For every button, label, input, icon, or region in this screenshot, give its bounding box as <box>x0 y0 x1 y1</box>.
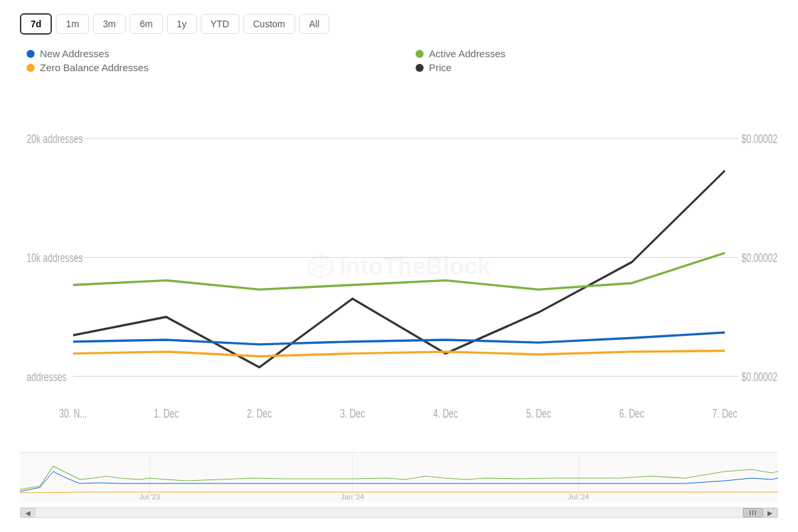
mini-chart-svg: Jul '23 Jan '24 Jul '24 <box>20 453 778 503</box>
svg-text:Jul '24: Jul '24 <box>568 493 589 501</box>
svg-text:2. Dec: 2. Dec <box>247 407 272 420</box>
svg-text:20k addresses: 20k addresses <box>27 132 83 145</box>
svg-text:Jan '24: Jan '24 <box>340 493 364 501</box>
svg-text:4. Dec: 4. Dec <box>433 407 458 420</box>
main-container: 7d 1m 3m 6m 1y YTD Custom All New Addres… <box>0 0 798 532</box>
svg-text:30. N...: 30. N... <box>59 407 87 420</box>
scroll-thumb[interactable] <box>743 508 763 517</box>
svg-text:1. Dec: 1. Dec <box>154 407 179 420</box>
svg-text:$0.000026: $0.000026 <box>741 132 778 145</box>
mini-chart-section: Jul '23 Jan '24 Jul '24 ◀ <box>20 452 778 525</box>
svg-text:addresses: addresses <box>27 370 66 383</box>
legend-label-new: New Addresses <box>40 48 109 59</box>
legend-label-active: Active Addresses <box>429 48 505 59</box>
svg-text:3. Dec: 3. Dec <box>340 407 365 420</box>
svg-text:Jul '23: Jul '23 <box>139 493 160 501</box>
btn-6m[interactable]: 6m <box>130 14 162 34</box>
chart-wrapper: IntoTheBlock 20k addresses 10k addresses… <box>20 84 778 525</box>
legend-dot-active <box>416 50 424 58</box>
btn-ytd[interactable]: YTD <box>201 14 239 34</box>
svg-text:$0.000023: $0.000023 <box>741 251 778 264</box>
scroll-left-arrow[interactable]: ◀ <box>21 508 35 517</box>
legend-active-addresses: Active Addresses <box>416 48 778 59</box>
scroll-thumb-grip <box>749 510 756 515</box>
btn-3m[interactable]: 3m <box>93 14 126 34</box>
scroll-right-arrow[interactable]: ▶ <box>763 508 777 517</box>
svg-text:7. Dec: 7. Dec <box>712 407 737 420</box>
btn-1m[interactable]: 1m <box>56 14 88 34</box>
legend-dot-zero <box>27 64 35 72</box>
btn-7d[interactable]: 7d <box>20 13 52 35</box>
time-range-bar: 7d 1m 3m 6m 1y YTD Custom All <box>20 13 778 35</box>
legend-dot-price <box>416 64 424 72</box>
svg-text:$0.000020: $0.000020 <box>741 370 778 383</box>
svg-text:6. Dec: 6. Dec <box>619 407 644 420</box>
legend-zero-balance: Zero Balance Addresses <box>27 62 389 73</box>
svg-text:5. Dec: 5. Dec <box>526 407 551 420</box>
legend-label-zero: Zero Balance Addresses <box>40 62 148 73</box>
btn-all[interactable]: All <box>299 14 330 34</box>
scrollbar[interactable]: ◀ ▶ <box>20 507 778 518</box>
btn-1y[interactable]: 1y <box>167 14 197 34</box>
mini-chart: Jul '23 Jan '24 Jul '24 <box>20 453 778 506</box>
chart-legend: New Addresses Active Addresses Zero Bala… <box>20 48 778 73</box>
main-chart: IntoTheBlock 20k addresses 10k addresses… <box>20 84 778 450</box>
btn-custom[interactable]: Custom <box>243 14 295 34</box>
chart-svg: 20k addresses 10k addresses addresses $0… <box>20 84 778 450</box>
legend-new-addresses: New Addresses <box>27 48 389 59</box>
svg-rect-21 <box>20 453 778 503</box>
legend-dot-new <box>27 50 35 58</box>
legend-label-price: Price <box>429 62 452 73</box>
svg-text:10k addresses: 10k addresses <box>27 251 83 264</box>
legend-price: Price <box>416 62 778 73</box>
